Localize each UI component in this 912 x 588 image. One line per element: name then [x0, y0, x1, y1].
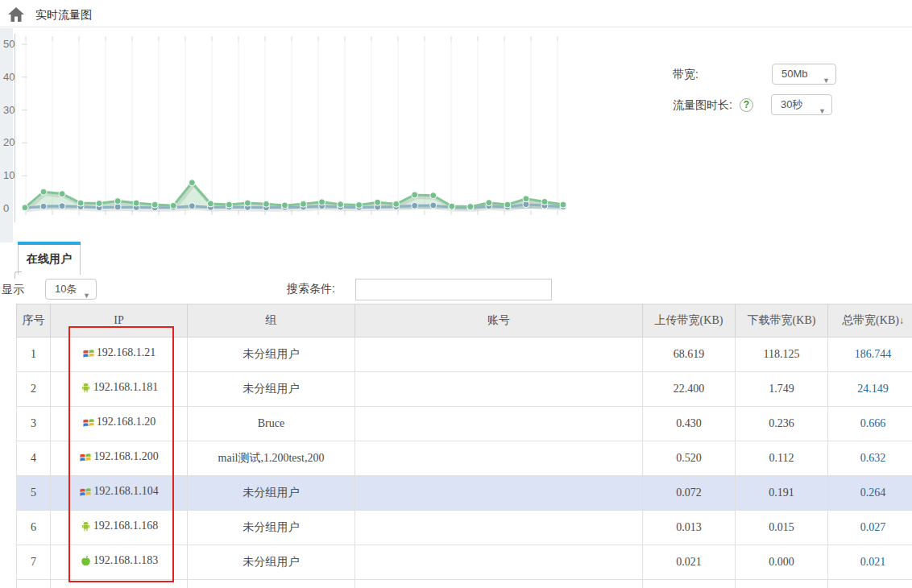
column-header-ip[interactable]: IP [51, 304, 188, 337]
column-header-3[interactable]: 账号 [355, 304, 643, 337]
cell-download: 0.015 [736, 511, 828, 545]
cell-index: 1 [17, 337, 51, 372]
cell-account [355, 511, 643, 545]
cell-account [355, 407, 643, 441]
top-header-bar: 实时流量图 [0, 0, 912, 27]
column-header-0[interactable]: 序号 [17, 304, 51, 337]
y-axis-label: 30 [3, 104, 26, 116]
page-title: 实时流量图 [35, 8, 92, 23]
ip-address: 192.168.1.20 [97, 416, 156, 429]
tab-label: 在线用户 [19, 252, 80, 267]
cell-empty [736, 580, 828, 588]
cell-empty [355, 580, 643, 588]
y-axis-label: 20 [3, 136, 26, 148]
y-axis-label: 40 [3, 71, 26, 83]
windows-icon [82, 347, 95, 359]
cell-total[interactable]: 0.027 [828, 511, 912, 545]
cell-group: 未分组用户 [188, 372, 355, 407]
home-icon[interactable] [7, 6, 25, 23]
cell-download: 0.000 [736, 545, 828, 580]
tab-active-indicator [18, 242, 81, 245]
table-body: 1192.168.1.21未分组用户68.619118.125186.74421… [17, 337, 912, 588]
cell-index: 4 [17, 441, 51, 476]
cell-total[interactable]: 0.666 [828, 407, 912, 441]
cell-empty [51, 580, 188, 588]
column-header-6[interactable]: 总带宽(KB)↓ [828, 304, 912, 337]
cell-ip: 192.168.1.20 [51, 407, 188, 441]
ip-address: 192.168.1.200 [93, 450, 159, 463]
y-axis-label: 0 [3, 202, 26, 214]
cell-index: 2 [17, 372, 51, 407]
cell-group: 未分组用户 [188, 511, 355, 545]
ip-address: 192.168.1.183 [93, 554, 159, 567]
traffic-chart-svg [15, 34, 574, 222]
cell-ip: 192.168.1.104 [51, 476, 188, 511]
column-header-2[interactable]: 组 [188, 304, 355, 337]
cell-total[interactable]: 0.021 [828, 545, 912, 580]
cell-total[interactable]: 186.744 [828, 337, 912, 372]
table-row[interactable]: 6192.168.1.168未分组用户0.0130.0150.027 [17, 511, 912, 545]
android-icon [80, 520, 92, 532]
y-axis-label: 10 [3, 169, 26, 181]
cell-account [355, 441, 643, 476]
duration-label: 流量图时长: [673, 98, 732, 113]
duration-select-value: 30秒 [781, 98, 802, 110]
bandwidth-select-value: 50Mb [781, 68, 808, 80]
y-axis-label: 50 [3, 38, 26, 50]
tab-online-users[interactable]: 在线用户 [18, 242, 81, 275]
cell-upload: 0.430 [643, 407, 736, 441]
cell-account [355, 372, 643, 407]
cell-index: 3 [17, 407, 51, 441]
cell-index: 7 [17, 545, 51, 580]
cell-total[interactable]: 0.632 [828, 441, 912, 476]
chevron-down-icon: ▼ [819, 101, 826, 121]
cell-upload: 0.021 [643, 545, 736, 580]
cell-ip: 192.168.1.168 [51, 511, 188, 545]
windows-icon [82, 416, 95, 429]
cell-total[interactable]: 24.149 [828, 372, 912, 407]
page-size-select[interactable]: 10条 ▼ [45, 279, 97, 300]
cell-ip: 192.168.1.21 [51, 337, 188, 372]
cell-account [355, 337, 643, 372]
cell-account [355, 476, 643, 511]
table-row [17, 580, 912, 588]
column-header-5[interactable]: 下载带宽(KB) [736, 304, 828, 337]
cell-upload: 22.400 [643, 372, 736, 407]
search-input[interactable] [355, 279, 552, 300]
cell-download: 1.749 [736, 372, 828, 407]
cell-upload: 0.013 [643, 511, 736, 545]
traffic-chart [15, 34, 574, 222]
cell-upload: 0.072 [643, 476, 736, 511]
bandwidth-select[interactable]: 50Mb ▼ [772, 64, 836, 85]
table-row[interactable]: 5192.168.1.104未分组用户0.0720.1910.264 [17, 476, 912, 511]
cell-total[interactable]: 0.264 [828, 476, 912, 511]
cell-empty [17, 580, 51, 588]
cell-download: 0.191 [736, 476, 828, 511]
online-users-table: 序号IP组账号上传带宽(KB)下载带宽(KB)总带宽(KB)↓ 1192.168… [16, 304, 912, 588]
cell-ip: 192.168.1.183 [51, 545, 188, 580]
cell-group: Bruce [188, 407, 355, 441]
help-icon[interactable]: ? [740, 98, 753, 112]
chevron-down-icon: ▼ [823, 71, 830, 90]
cell-download: 0.236 [736, 407, 828, 441]
table-row[interactable]: 7192.168.1.183未分组用户0.0210.0000.021 [17, 545, 912, 580]
table-row[interactable]: 3192.168.1.20Bruce0.4300.2360.666 [17, 407, 912, 441]
table-row[interactable]: 4192.168.1.200mail测试,1.200test,2000.5200… [17, 441, 912, 476]
chevron-down-icon: ▼ [83, 286, 90, 305]
table-row[interactable]: 2192.168.1.181未分组用户22.4001.74924.149 [17, 372, 912, 407]
ip-address: 192.168.1.181 [93, 381, 159, 394]
ip-address: 192.168.1.104 [93, 485, 159, 498]
bandwidth-label: 带宽: [673, 68, 699, 82]
panel-corner-decoration [15, 271, 22, 279]
duration-select[interactable]: 30秒 ▼ [771, 94, 832, 115]
cell-group: 未分组用户 [188, 337, 355, 372]
column-header-4[interactable]: 上传带宽(KB) [643, 304, 736, 337]
cell-upload: 68.619 [643, 337, 736, 372]
ip-address: 192.168.1.21 [97, 346, 156, 359]
cell-empty [188, 580, 355, 588]
cell-empty [828, 580, 912, 588]
cell-upload: 0.520 [643, 441, 736, 476]
windows-icon [79, 486, 92, 498]
cell-index: 6 [17, 511, 51, 545]
table-row[interactable]: 1192.168.1.21未分组用户68.619118.125186.744 [17, 337, 912, 372]
